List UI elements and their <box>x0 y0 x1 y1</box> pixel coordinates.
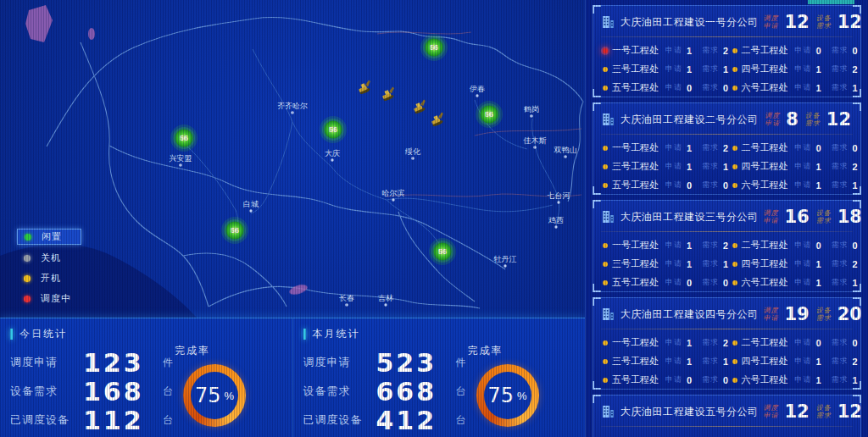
office-name: 六号工程处 <box>742 81 791 94</box>
title-accent-bar <box>10 329 13 340</box>
status-dot-icon <box>603 378 608 383</box>
need-label: 需求 <box>702 45 719 56</box>
need-label: 需求 <box>832 45 849 56</box>
status-dot-icon <box>732 340 737 346</box>
engineering-office-row[interactable]: 二号工程处 申请 0 需求 0 <box>732 237 854 253</box>
engineering-office-row[interactable]: 四号工程处 申请 1 需求 2 <box>732 353 854 369</box>
completion-rate-label: 完成率 <box>468 344 568 358</box>
city-label: 绥化 <box>405 147 421 160</box>
engineering-office-row[interactable]: 六号工程处 申请 1 需求 1 <box>732 274 854 290</box>
branch-panel-5[interactable]: 大庆油田工程建设五号分公司 调度申请 12 设备需求 12 <box>593 395 861 437</box>
map-marker[interactable]: 56 <box>420 34 448 61</box>
apply-value: 1 <box>687 143 698 153</box>
excavator-icon[interactable] <box>381 86 398 102</box>
map-marker[interactable]: 56 <box>320 116 347 143</box>
engineering-office-row[interactable]: 二号工程处 申请 0 需求 0 <box>732 140 854 156</box>
legend-item-1[interactable]: 闲置 <box>17 229 81 245</box>
status-dot-icon <box>732 48 737 53</box>
dispatch-request-label: 调度申请 <box>764 404 779 419</box>
building-icon <box>601 210 615 224</box>
need-label: 需求 <box>702 356 719 367</box>
equipment-demand-value: 18 <box>837 207 861 227</box>
engineering-office-row[interactable]: 一号工程处 申请 1 需求 2 <box>603 42 724 58</box>
status-dot-icon <box>603 243 608 248</box>
map-marker[interactable]: 56 <box>170 124 198 152</box>
engineering-office-row[interactable]: 二号工程处 申请 0 需求 0 <box>732 335 854 351</box>
engineering-office-row[interactable]: 一号工程处 申请 1 需求 2 <box>603 140 724 156</box>
need-label: 需求 <box>832 142 849 153</box>
need-label: 需求 <box>832 64 849 75</box>
status-dot-icon <box>603 48 608 53</box>
apply-label: 申请 <box>795 161 812 172</box>
apply-label: 申请 <box>795 258 812 269</box>
engineering-office-row[interactable]: 六号工程处 申请 1 需求 1 <box>732 177 854 193</box>
engineering-office-row[interactable]: 五号工程处 申请 0 需求 0 <box>603 274 724 290</box>
need-label: 需求 <box>702 64 719 75</box>
legend-item-3[interactable]: 开机 <box>17 271 81 285</box>
engineering-office-row[interactable]: 三号工程处 申请 1 需求 1 <box>603 353 724 369</box>
province-map[interactable]: 齐齐哈尔兴安盟白城大庆绥化哈尔滨伊春鹤岗佳木斯双鸭山七台河鸡西牡丹江长春吉林 5… <box>0 0 585 318</box>
engineering-office-row[interactable]: 三号工程处 申请 1 需求 1 <box>603 256 724 272</box>
engineering-office-row[interactable]: 五号工程处 申请 0 需求 0 <box>603 372 724 388</box>
equipment-demand-stat: 设备需求 12 <box>816 12 861 32</box>
completion-rate-label: 完成率 <box>175 344 275 358</box>
branch-panel-1[interactable]: 大庆油田工程建设一号分公司 调度申请 12 设备需求 12 一号工程处 申请 1… <box>593 5 861 97</box>
apply-label: 申请 <box>665 277 682 288</box>
map-marker[interactable]: 56 <box>476 101 503 128</box>
city-name: 鹤岗 <box>523 105 539 113</box>
city-name: 哈尔滨 <box>382 189 405 197</box>
apply-value: 1 <box>687 259 698 269</box>
engineering-office-row[interactable]: 三号工程处 申请 1 需求 1 <box>603 61 724 77</box>
status-dot-icon <box>603 183 608 188</box>
map-marker[interactable]: 56 <box>221 217 248 244</box>
stat-label: 已调度设备 <box>303 412 376 428</box>
engineering-office-row[interactable]: 六号工程处 申请 1 需求 1 <box>732 372 854 388</box>
apply-label: 申请 <box>665 82 682 93</box>
engineering-office-row[interactable]: 一号工程处 申请 1 需求 2 <box>603 335 724 351</box>
city-label: 伊春 <box>470 85 485 97</box>
partial-toolbar-button[interactable] <box>808 0 854 4</box>
office-name: 四号工程处 <box>742 160 791 173</box>
apply-label: 申请 <box>795 64 812 75</box>
need-label: 需求 <box>702 161 719 172</box>
excavator-icon[interactable] <box>412 99 429 114</box>
engineering-office-row[interactable]: 三号工程处 申请 1 需求 1 <box>603 158 724 174</box>
office-name: 一号工程处 <box>612 336 661 349</box>
city-name: 齐齐哈尔 <box>277 102 308 110</box>
engineering-office-row[interactable]: 四号工程处 申请 1 需求 2 <box>732 158 854 174</box>
city-label: 七台河 <box>547 191 570 204</box>
engineering-office-row[interactable]: 六号工程处 申请 1 需求 1 <box>732 80 854 96</box>
need-label: 需求 <box>702 82 719 93</box>
apply-label: 申请 <box>665 45 682 56</box>
engineering-office-row[interactable]: 五号工程处 申请 0 需求 0 <box>603 80 724 96</box>
need-value: 2 <box>853 64 862 75</box>
legend-item-2[interactable]: 关机 <box>17 251 81 265</box>
map-panel[interactable]: 齐齐哈尔兴安盟白城大庆绥化哈尔滨伊春鹤岗佳木斯双鸭山七台河鸡西牡丹江长春吉林 5… <box>0 0 585 318</box>
legend-item-4[interactable]: 调度中 <box>17 291 81 306</box>
office-name: 六号工程处 <box>742 179 791 191</box>
title-accent-bar <box>303 329 306 340</box>
engineering-office-row[interactable]: 五号工程处 申请 0 需求 0 <box>603 177 724 193</box>
map-marker[interactable]: 56 <box>429 238 456 265</box>
branch-panel-2[interactable]: 大庆油田工程建设二号分公司 调度申请 8 设备需求 12 一号工程处 申请 1 … <box>593 102 861 195</box>
excavator-icon[interactable] <box>430 112 447 127</box>
dispatch-request-label: 调度申请 <box>765 112 780 127</box>
dispatch-request-label: 调度申请 <box>764 209 779 224</box>
engineering-office-row[interactable]: 四号工程处 申请 1 需求 2 <box>732 256 854 272</box>
branch-company-name: 大庆油田工程建设五号分公司 <box>620 405 759 419</box>
engineering-office-row[interactable]: 二号工程处 申请 0 需求 0 <box>732 42 854 58</box>
status-dot-icon <box>603 67 608 72</box>
engineering-office-row[interactable]: 一号工程处 申请 1 需求 2 <box>603 237 724 253</box>
status-dot-icon <box>603 359 608 364</box>
apply-value: 0 <box>687 180 698 191</box>
excavator-icon[interactable] <box>357 80 374 95</box>
city-name: 绥化 <box>405 147 421 156</box>
apply-value: 0 <box>687 278 698 288</box>
need-value: 2 <box>853 357 862 367</box>
branch-panel-3[interactable]: 大庆油田工程建设三号分公司 调度申请 16 设备需求 18 一号工程处 申请 1… <box>593 200 861 292</box>
office-name: 四号工程处 <box>742 355 791 368</box>
branch-panel-4[interactable]: 大庆油田工程建设四号分公司 调度申请 19 设备需求 20 一号工程处 申请 1… <box>593 297 861 390</box>
apply-label: 申请 <box>795 356 812 367</box>
apply-value: 1 <box>816 375 827 385</box>
engineering-office-row[interactable]: 四号工程处 申请 1 需求 2 <box>732 61 854 77</box>
